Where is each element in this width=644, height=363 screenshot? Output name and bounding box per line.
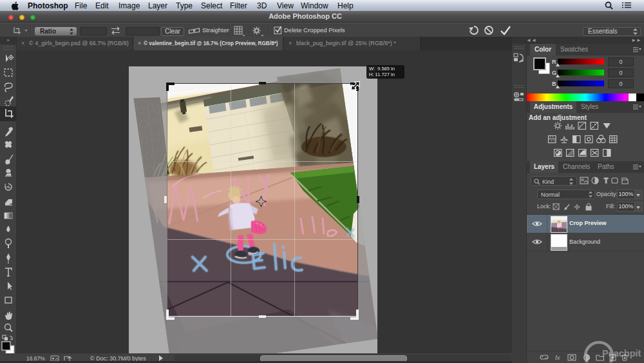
svg-text:fx: fx bbox=[555, 354, 561, 361]
svg-text:Kind: Kind bbox=[542, 179, 554, 185]
svg-text:T: T bbox=[604, 177, 608, 184]
svg-text:Peachpit: Peachpit bbox=[602, 348, 641, 358]
